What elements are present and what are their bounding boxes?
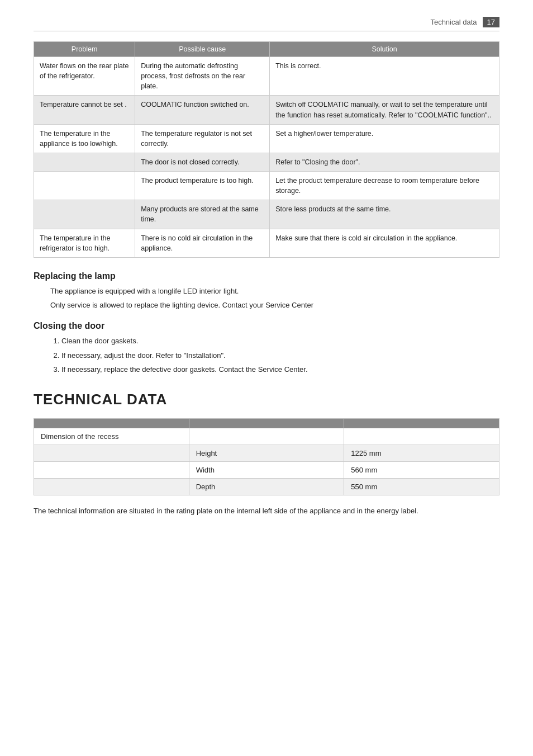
trouble-cell-cause: During the automatic defrosting process,… <box>135 57 270 96</box>
tech-data-heading: TECHNICAL DATA <box>34 391 499 408</box>
troubleshooting-table: Problem Possible cause Solution Water fl… <box>34 41 499 258</box>
trouble-cell-solution: Let the product temperature decrease to … <box>270 172 499 200</box>
trouble-cell-cause: COOLMATIC function switched on. <box>135 96 270 124</box>
trouble-cell-problem: Water flows on the rear plate of the ref… <box>34 57 135 96</box>
closing-door-step-1: Clean the door gaskets. <box>61 336 499 347</box>
trouble-cell-problem <box>34 172 135 200</box>
tech-cell-col3: 1225 mm <box>344 445 499 461</box>
trouble-cell-cause: The temperature regulator is not set cor… <box>135 124 270 153</box>
trouble-cell-solution: Switch off COOLMATIC manually, or wait t… <box>270 96 499 124</box>
trouble-cell-solution: Set a higher/lower temperature. <box>270 124 499 153</box>
trouble-cell-solution: Make sure that there is cold air circula… <box>270 229 499 257</box>
tech-cell-col1 <box>34 461 189 478</box>
tech-cell-col2: Width <box>189 461 344 478</box>
trouble-cell-cause: Many products are stored at the same tim… <box>135 200 270 229</box>
tech-cell-col3: 550 mm <box>344 478 499 495</box>
tech-cell-col2: Height <box>189 445 344 461</box>
trouble-cell-problem: The temperature in the refrigerator is t… <box>34 229 135 257</box>
closing-door-steps: Clean the door gaskets. If necessary, ad… <box>56 336 499 375</box>
trouble-cell-problem: Temperature cannot be set . <box>34 96 135 124</box>
trouble-cell-solution: Store less products at the same time. <box>270 200 499 229</box>
col-cause: Possible cause <box>135 42 270 57</box>
closing-door-step-2: If necessary, adjust the door. Refer to … <box>61 350 499 361</box>
header-label: Technical data <box>430 18 477 26</box>
closing-door-body: Clean the door gaskets. If necessary, ad… <box>50 336 499 375</box>
closing-door-step-3: If necessary, replace the defective door… <box>61 364 499 375</box>
tech-col-2 <box>189 418 344 428</box>
tech-cell-col1 <box>34 478 189 495</box>
page-header: Technical data 17 <box>34 17 499 31</box>
tech-cell-col3 <box>344 428 499 445</box>
tech-cell-col1 <box>34 445 189 461</box>
col-solution: Solution <box>270 42 499 57</box>
trouble-cell-cause: The product temperature is too high. <box>135 172 270 200</box>
tech-col-1 <box>34 418 189 428</box>
replacing-lamp-body: The appliance is equipped with a longlif… <box>50 286 499 311</box>
trouble-cell-problem <box>34 153 135 171</box>
replacing-lamp-line2: Only service is allowed to replace the l… <box>50 300 499 311</box>
tech-col-3 <box>344 418 499 428</box>
tech-cell-col3: 560 mm <box>344 461 499 478</box>
trouble-cell-cause: The door is not closed correctly. <box>135 153 270 171</box>
trouble-cell-cause: There is no cold air circulation in the … <box>135 229 270 257</box>
tech-data-note: The technical information are situated i… <box>34 505 499 517</box>
tech-data-table: Dimension of the recessHeight1225 mmWidt… <box>34 418 499 495</box>
trouble-cell-problem <box>34 200 135 229</box>
closing-door-title: Closing the door <box>34 321 499 331</box>
tech-cell-col1: Dimension of the recess <box>34 428 189 445</box>
trouble-cell-solution: Refer to "Closing the door". <box>270 153 499 171</box>
page-number: 17 <box>483 17 499 27</box>
tech-cell-col2 <box>189 428 344 445</box>
trouble-cell-solution: This is correct. <box>270 57 499 96</box>
trouble-cell-problem: The temperature in the appliance is too … <box>34 124 135 153</box>
replacing-lamp-title: Replacing the lamp <box>34 271 499 281</box>
replacing-lamp-line1: The appliance is equipped with a longlif… <box>50 286 499 297</box>
tech-cell-col2: Depth <box>189 478 344 495</box>
col-problem: Problem <box>34 42 135 57</box>
